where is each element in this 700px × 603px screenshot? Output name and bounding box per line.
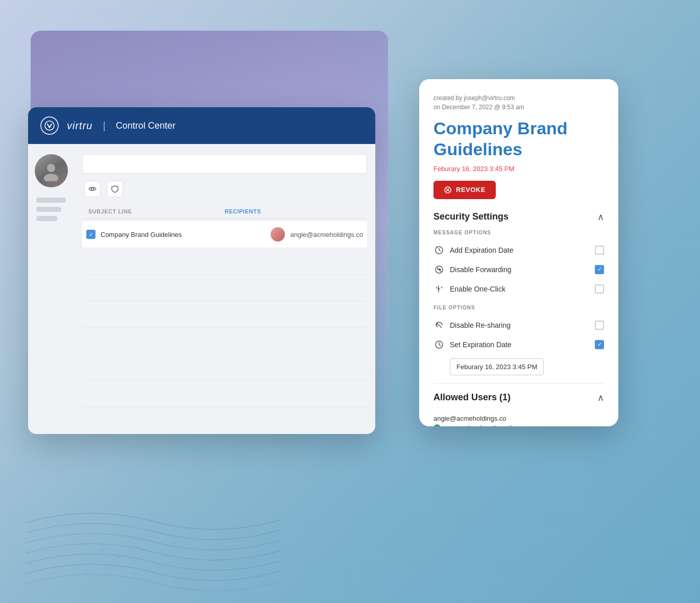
sidebar-line-2 <box>36 207 61 212</box>
revoke-button[interactable]: REVOKE <box>433 181 496 199</box>
avatar <box>35 154 68 187</box>
created-by: created by joseph@virtru.com on December… <box>433 93 604 112</box>
add-expiration-label: Add Expiration Date <box>450 246 514 254</box>
header-bar: virtru | Control Center <box>28 107 375 144</box>
disable-forward-icon <box>433 264 445 275</box>
sidebar-line-1 <box>36 198 66 203</box>
brand-name: virtru <box>67 120 92 132</box>
table-row <box>82 328 367 354</box>
search-bar[interactable] <box>82 154 367 174</box>
table-header: SUBJECT LINE RECIPIENTS <box>82 204 367 219</box>
document-title: Company Brand Guidelines <box>433 118 604 160</box>
svg-point-9 <box>47 164 55 172</box>
sidebar-nav <box>36 198 66 221</box>
allowed-users-title: Allowed Users (1) <box>433 392 511 403</box>
table-row[interactable]: ✓ Company Brand Guidelines angie@acmehol… <box>82 221 367 248</box>
security-settings-header: Security Settings ∧ <box>433 211 604 223</box>
setting-disable-forwarding: Disable Forwarding ✓ <box>433 260 604 279</box>
disable-resharing-checkbox[interactable] <box>595 321 604 330</box>
user-entry: angie@acmeholdings.co ✓ accessed and rea… <box>433 411 604 426</box>
divider <box>433 383 604 384</box>
recipient-email: angie@acmeholdings.co <box>290 231 363 238</box>
svg-point-5 <box>86 569 88 571</box>
setting-enable-oneclick: Enable One-Click <box>433 279 604 299</box>
shield-icon[interactable] <box>107 181 123 197</box>
svg-point-8 <box>45 121 54 130</box>
setting-disable-resharing: Disable Re-sharing <box>433 316 604 335</box>
setting-set-expiration: Set Expiration Date ✓ <box>433 335 604 354</box>
table-row <box>82 381 367 407</box>
file-options: FILE OPTIONS Disable Re-sharing <box>433 305 604 375</box>
table-row <box>82 275 367 301</box>
disable-forwarding-label: Disable Forwarding <box>450 266 512 274</box>
recipient-avatar <box>271 227 285 242</box>
disable-forwarding-checkbox[interactable]: ✓ <box>595 265 604 274</box>
svg-point-1 <box>137 546 139 548</box>
one-click-icon <box>433 283 445 295</box>
set-expiration-label: Set Expiration Date <box>450 341 512 349</box>
svg-point-3 <box>178 551 180 553</box>
detail-panel: created by joseph@virtru.com on December… <box>419 79 618 426</box>
enable-oneclick-checkbox[interactable] <box>595 284 604 294</box>
security-settings-toggle[interactable]: ∧ <box>597 211 604 223</box>
svg-point-4 <box>198 559 200 561</box>
expiry-date-input[interactable]: Feburary 16, 2023 3:45 PM <box>450 358 544 375</box>
user-email: angie@acmeholdings.co <box>433 415 604 422</box>
sidebar <box>28 154 74 434</box>
status-dot: ✓ <box>433 424 441 426</box>
revoke-icon <box>444 186 452 194</box>
toolbar <box>82 181 367 197</box>
control-window: virtru | Control Center <box>28 107 375 434</box>
main-list: SUBJECT LINE RECIPIENTS ✓ Company Brand … <box>74 154 375 434</box>
content-area: SUBJECT LINE RECIPIENTS ✓ Company Brand … <box>28 144 375 434</box>
row-subject: Company Brand Guidelines <box>101 231 265 238</box>
svg-point-10 <box>44 174 58 181</box>
table-row <box>82 301 367 328</box>
col-recipients-header: RECIPIENTS <box>225 208 361 214</box>
enable-oneclick-label: Enable One-Click <box>450 285 505 293</box>
allowed-users-section: Allowed Users (1) ∧ angie@acmeholdings.c… <box>433 392 604 426</box>
document-date: Feburary 16, 2023 3:45 PM <box>433 165 604 173</box>
svg-line-23 <box>439 345 441 346</box>
reshare-icon <box>433 320 445 331</box>
disable-resharing-label: Disable Re-sharing <box>450 321 511 329</box>
svg-point-11 <box>91 188 94 190</box>
expiry-icon <box>433 245 445 256</box>
message-options-label: MESSAGE OPTIONS <box>433 230 604 235</box>
file-options-label: FILE OPTIONS <box>433 305 604 310</box>
col-subject-header: SUBJECT LINE <box>88 208 225 214</box>
virtru-logo <box>40 116 59 135</box>
svg-point-7 <box>219 543 221 545</box>
table-row <box>82 354 367 381</box>
sidebar-line-3 <box>36 216 57 221</box>
svg-point-2 <box>157 564 159 566</box>
table-row <box>82 248 367 275</box>
setting-add-expiration: Add Expiration Date <box>433 240 604 260</box>
eye-icon[interactable] <box>84 181 101 197</box>
wave-decoration <box>26 470 281 603</box>
add-expiration-checkbox[interactable] <box>595 246 604 255</box>
user-status: ✓ accessed and read email <box>433 424 604 426</box>
set-expiration-checkbox[interactable]: ✓ <box>595 340 604 349</box>
row-checkbox[interactable]: ✓ <box>86 230 95 239</box>
header-divider: | <box>103 120 105 132</box>
svg-line-17 <box>439 250 441 251</box>
app-name: Control Center <box>116 120 176 131</box>
clock-icon <box>433 339 445 350</box>
svg-point-0 <box>116 556 119 559</box>
allowed-users-toggle[interactable]: ∧ <box>597 392 604 403</box>
status-text: accessed and read email <box>444 424 512 426</box>
security-settings-title: Security Settings <box>433 211 509 222</box>
allowed-users-header: Allowed Users (1) ∧ <box>433 392 604 403</box>
svg-point-6 <box>102 549 103 550</box>
